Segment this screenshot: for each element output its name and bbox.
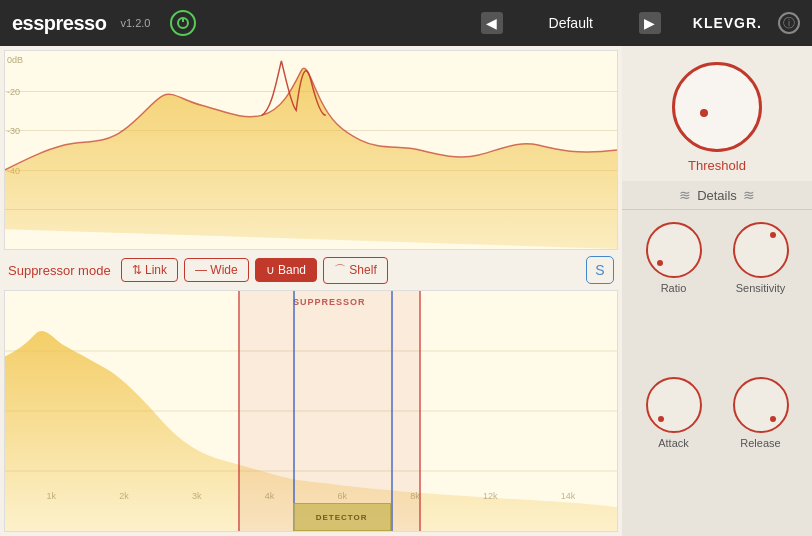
header: esspresso v1.2.0 ◀ Default ▶ KLEVGR. ⓘ bbox=[0, 0, 812, 46]
next-preset-button[interactable]: ▶ bbox=[639, 12, 661, 34]
freq-label-6k: 6k bbox=[338, 491, 348, 501]
sensitivity-knob-item: Sensitivity bbox=[721, 222, 800, 369]
details-panel: ≋ Details ≋ Ratio Sensitivity Attack bbox=[622, 181, 812, 536]
release-label: Release bbox=[740, 437, 780, 449]
right-panel: Threshold ≋ Details ≋ Ratio Sensitivity bbox=[622, 46, 812, 536]
shelf-mode-button[interactable]: ⌒ Shelf bbox=[323, 257, 388, 284]
main-area: -20 -30 -40 0dB Suppressor bbox=[0, 46, 812, 536]
info-button[interactable]: ⓘ bbox=[778, 12, 800, 34]
mode-bar-label: Suppressor mode bbox=[8, 263, 111, 278]
prev-preset-button[interactable]: ◀ bbox=[481, 12, 503, 34]
link-mode-button[interactable]: ⇅ Link bbox=[121, 258, 178, 282]
freq-label-12k: 12k bbox=[483, 491, 498, 501]
spectrum-bottom: SUPPRESSOR DETECTOR 1k 2k 3k 4k 6k 8k 12… bbox=[4, 290, 618, 532]
power-button[interactable] bbox=[170, 10, 196, 36]
details-header: ≋ Details ≋ bbox=[622, 181, 812, 210]
preset-nav: ◀ Default ▶ bbox=[481, 12, 661, 34]
sidechain-button[interactable]: S bbox=[586, 256, 614, 284]
app-version: v1.2.0 bbox=[120, 17, 150, 29]
release-knob[interactable] bbox=[733, 377, 789, 433]
attack-knob[interactable] bbox=[646, 377, 702, 433]
klevgr-logo: KLEVGR. bbox=[693, 15, 762, 31]
details-title: Details bbox=[697, 188, 737, 203]
chevron-left-icon: ≋ bbox=[679, 187, 691, 203]
sensitivity-label: Sensitivity bbox=[736, 282, 786, 294]
freq-labels: 1k 2k 3k 4k 6k 8k 12k 14k bbox=[5, 491, 617, 501]
freq-label-1k: 1k bbox=[47, 491, 57, 501]
freq-label-8k: 8k bbox=[410, 491, 420, 501]
left-panel: -20 -30 -40 0dB Suppressor bbox=[0, 46, 622, 536]
power-icon bbox=[176, 16, 190, 30]
threshold-section: Threshold bbox=[672, 46, 762, 181]
ratio-knob-item: Ratio bbox=[634, 222, 713, 369]
attack-label: Attack bbox=[658, 437, 689, 449]
knobs-grid: Ratio Sensitivity Attack Release bbox=[622, 210, 812, 536]
freq-label-4k: 4k bbox=[265, 491, 275, 501]
detector-box: DETECTOR bbox=[293, 503, 391, 531]
attack-knob-item: Attack bbox=[634, 377, 713, 524]
ratio-label: Ratio bbox=[661, 282, 687, 294]
spectrum-top: -20 -30 -40 0dB bbox=[4, 50, 618, 250]
freq-label-3k: 3k bbox=[192, 491, 202, 501]
app-logo: esspresso bbox=[12, 12, 106, 35]
threshold-knob[interactable] bbox=[672, 62, 762, 152]
mode-bar: Suppressor mode ⇅ Link — Wide ∪ Band ⌒ S… bbox=[0, 250, 622, 290]
freq-label-2k: 2k bbox=[119, 491, 129, 501]
wide-mode-button[interactable]: — Wide bbox=[184, 258, 249, 282]
waveform-top bbox=[5, 51, 617, 249]
sensitivity-knob[interactable] bbox=[733, 222, 789, 278]
band-mode-button[interactable]: ∪ Band bbox=[255, 258, 317, 282]
release-knob-item: Release bbox=[721, 377, 800, 524]
freq-label-14k: 14k bbox=[561, 491, 576, 501]
threshold-label: Threshold bbox=[688, 158, 746, 173]
suppressor-label: SUPPRESSOR bbox=[293, 297, 366, 307]
chevron-right-icon: ≋ bbox=[743, 187, 755, 203]
ratio-knob[interactable] bbox=[646, 222, 702, 278]
preset-name: Default bbox=[511, 15, 631, 31]
detector-label: DETECTOR bbox=[316, 513, 368, 522]
